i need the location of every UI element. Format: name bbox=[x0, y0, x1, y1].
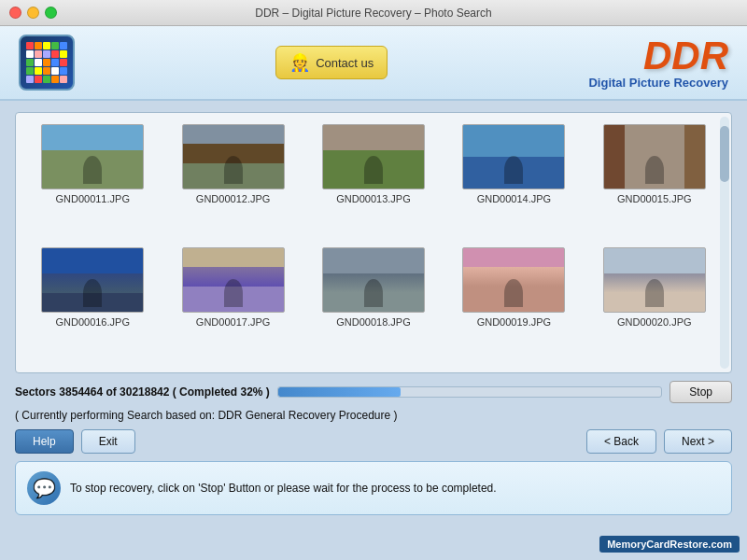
title-bar-text: DDR – Digital Picture Recovery – Photo S… bbox=[255, 7, 491, 20]
logo-cell-3 bbox=[51, 42, 59, 49]
photo-thumb-2 bbox=[322, 124, 425, 189]
window-controls bbox=[9, 7, 57, 19]
photo-thumb-1 bbox=[182, 124, 285, 189]
photo-item-5[interactable]: GND00016.JPG bbox=[27, 247, 158, 361]
logo-cell-5 bbox=[26, 50, 34, 58]
photo-label-9: GND00020.JPG bbox=[617, 316, 691, 328]
progress-bar-fill bbox=[278, 387, 401, 397]
photo-label-4: GND00015.JPG bbox=[617, 193, 691, 204]
logo-cell-2 bbox=[43, 42, 50, 49]
progress-section: Sectors 3854464 of 30218842 ( Completed … bbox=[15, 381, 732, 454]
photo-item-8[interactable]: GND00019.JPG bbox=[448, 247, 579, 361]
next-button[interactable]: Next > bbox=[664, 429, 732, 454]
photo-thumb-0 bbox=[41, 124, 144, 189]
photo-item-0[interactable]: GND00011.JPG bbox=[27, 124, 158, 238]
info-text: To stop recovery, click on 'Stop' Button… bbox=[70, 482, 497, 495]
contact-icon: 👷 bbox=[289, 52, 310, 73]
progress-bar-container bbox=[277, 386, 663, 398]
logo-cell-0 bbox=[26, 42, 34, 49]
procedure-text: ( Currently performing Search based on: … bbox=[15, 409, 732, 422]
logo-cell-24 bbox=[60, 76, 67, 83]
main-content: GND00011.JPGGND00012.JPGGND00013.JPGGND0… bbox=[0, 101, 747, 526]
photo-item-1[interactable]: GND00012.JPG bbox=[167, 124, 298, 238]
nav-row: Help Exit < Back Next > bbox=[15, 429, 732, 454]
logo-cell-22 bbox=[43, 76, 50, 83]
photo-label-1: GND00012.JPG bbox=[196, 193, 270, 204]
back-button[interactable]: < Back bbox=[586, 429, 656, 454]
photo-item-4[interactable]: GND00015.JPG bbox=[589, 124, 720, 238]
info-icon: 💬 bbox=[27, 471, 61, 505]
logo-cell-11 bbox=[35, 59, 42, 66]
photo-label-0: GND00011.JPG bbox=[55, 193, 129, 204]
logo-cell-18 bbox=[51, 67, 59, 75]
photo-thumb-7 bbox=[322, 247, 425, 313]
logo-cell-19 bbox=[60, 67, 67, 75]
photo-thumb-3 bbox=[462, 124, 565, 189]
app-logo bbox=[19, 35, 75, 91]
photo-thumb-5 bbox=[41, 247, 144, 313]
photo-thumb-4 bbox=[603, 124, 706, 189]
photo-item-6[interactable]: GND00017.JPG bbox=[167, 247, 298, 361]
brand-ddr: DDR bbox=[588, 36, 728, 76]
scrollbar-thumb bbox=[720, 126, 729, 182]
logo-cell-4 bbox=[60, 42, 67, 49]
app-header: 👷 Contact us DDR Digital Picture Recover… bbox=[0, 26, 747, 101]
logo-cell-9 bbox=[60, 50, 67, 58]
maximize-button[interactable] bbox=[45, 7, 57, 19]
logo-grid bbox=[26, 42, 67, 83]
photo-item-7[interactable]: GND00018.JPG bbox=[308, 247, 439, 361]
progress-row: Sectors 3854464 of 30218842 ( Completed … bbox=[15, 381, 732, 403]
app-window: DDR – Digital Picture Recovery – Photo S… bbox=[0, 0, 747, 560]
photo-thumb-9 bbox=[603, 247, 706, 313]
photo-label-7: GND00018.JPG bbox=[336, 316, 410, 328]
photo-label-2: GND00013.JPG bbox=[336, 193, 410, 204]
minimize-button[interactable] bbox=[27, 7, 39, 19]
photo-label-3: GND00014.JPG bbox=[477, 193, 551, 204]
photo-label-6: GND00017.JPG bbox=[196, 316, 270, 328]
photo-label-8: GND00019.JPG bbox=[477, 316, 551, 328]
photo-label-5: GND00016.JPG bbox=[55, 316, 129, 328]
logo-cell-7 bbox=[43, 50, 50, 58]
brand-sub: Digital Picture Recovery bbox=[588, 76, 728, 90]
photo-item-3[interactable]: GND00014.JPG bbox=[448, 124, 579, 238]
scrollbar[interactable] bbox=[720, 117, 729, 369]
photo-item-2[interactable]: GND00013.JPG bbox=[308, 124, 439, 238]
progress-status: Sectors 3854464 of 30218842 ( Completed … bbox=[15, 385, 270, 399]
logo-cell-14 bbox=[60, 59, 67, 66]
photo-grid: GND00011.JPGGND00012.JPGGND00013.JPGGND0… bbox=[15, 112, 732, 373]
exit-button[interactable]: Exit bbox=[81, 429, 135, 454]
logo-cell-15 bbox=[26, 67, 34, 75]
info-box: 💬 To stop recovery, click on 'Stop' Butt… bbox=[15, 461, 732, 515]
help-button[interactable]: Help bbox=[15, 429, 74, 454]
stop-button[interactable]: Stop bbox=[669, 381, 732, 403]
title-bar: DDR – Digital Picture Recovery – Photo S… bbox=[0, 0, 747, 26]
watermark: MemoryCardRestore.com bbox=[599, 536, 740, 553]
logo-cell-21 bbox=[35, 76, 42, 83]
logo-cell-13 bbox=[51, 59, 59, 66]
logo-cell-23 bbox=[51, 76, 59, 83]
photo-thumb-6 bbox=[182, 247, 285, 313]
logo-cell-6 bbox=[35, 50, 42, 58]
logo-cell-8 bbox=[51, 50, 59, 58]
brand-area: DDR Digital Picture Recovery bbox=[588, 36, 728, 90]
photo-item-9[interactable]: GND00020.JPG bbox=[589, 247, 720, 361]
logo-cell-16 bbox=[35, 67, 42, 75]
photo-thumb-8 bbox=[462, 247, 565, 313]
logo-cell-1 bbox=[35, 42, 42, 49]
logo-cell-10 bbox=[26, 59, 34, 66]
close-button[interactable] bbox=[9, 7, 21, 19]
logo-cell-17 bbox=[43, 67, 50, 75]
contact-label: Contact us bbox=[316, 56, 374, 70]
logo-cell-20 bbox=[26, 76, 34, 83]
contact-button[interactable]: 👷 Contact us bbox=[275, 46, 388, 79]
logo-cell-12 bbox=[43, 59, 50, 66]
